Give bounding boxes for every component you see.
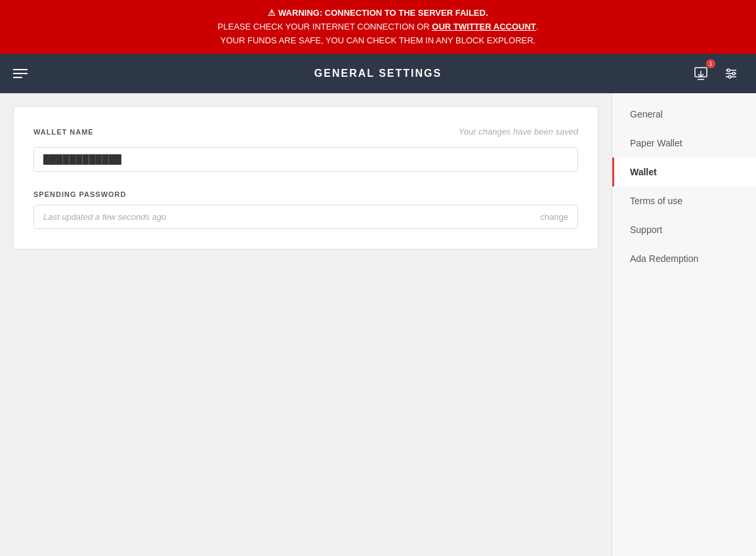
twitter-link[interactable]: OUR TWITTER ACCOUNT <box>432 22 536 32</box>
wallet-name-header: WALLET NAME Your changes have been saved <box>33 127 578 137</box>
spending-password-label: SPENDING PASSWORD <box>33 190 578 198</box>
content-area: WALLET NAME Your changes have been saved… <box>0 93 612 556</box>
sidebar-item-support-label: Support <box>630 225 662 235</box>
warning-line1: ⚠ WARNING: CONNECTION TO THE SERVER FAIL… <box>13 7 743 20</box>
spending-password-section: SPENDING PASSWORD Last updated a few sec… <box>33 190 578 229</box>
page-title: GENERAL SETTINGS <box>314 68 442 79</box>
sidebar-item-general-label: General <box>630 109 663 119</box>
warning-line2: PLEASE CHECK YOUR INTERNET CONNECTION OR… <box>13 20 743 34</box>
nav-left <box>13 69 28 78</box>
sidebar-item-terms-label: Terms of use <box>630 196 682 206</box>
svg-point-8 <box>728 75 731 78</box>
sidebar-item-paper-wallet-label: Paper Wallet <box>630 138 682 148</box>
right-sidebar: General Paper Wallet Wallet Terms of use… <box>612 93 756 556</box>
spending-password-wrapper: Last updated a few seconds ago change <box>33 205 578 229</box>
settings-form-card: WALLET NAME Your changes have been saved… <box>13 106 598 249</box>
sidebar-item-wallet-label: Wallet <box>630 167 657 177</box>
settings-icon <box>723 66 739 81</box>
spending-last-updated: Last updated a few seconds ago <box>43 212 540 222</box>
settings-icon-button[interactable] <box>719 62 743 85</box>
svg-point-7 <box>732 72 735 75</box>
saved-message: Your changes have been saved <box>459 127 578 137</box>
update-badge: 1 <box>706 59 715 68</box>
sidebar-item-paper-wallet[interactable]: Paper Wallet <box>612 129 756 158</box>
change-password-button[interactable]: change <box>540 212 568 222</box>
wallet-name-input[interactable] <box>33 147 578 172</box>
sidebar-item-support[interactable]: Support <box>612 215 756 244</box>
sidebar-item-ada-redemption[interactable]: Ada Redemption <box>612 244 756 273</box>
nav-right: 1 <box>689 62 743 85</box>
sidebar-item-ada-redemption-label: Ada Redemption <box>630 253 698 264</box>
wallet-name-label: WALLET NAME <box>33 128 94 136</box>
sidebar-item-terms-of-use[interactable]: Terms of use <box>612 186 756 215</box>
main-layout: WALLET NAME Your changes have been saved… <box>0 93 756 556</box>
sidebar-item-general[interactable]: General <box>612 100 756 129</box>
warning-banner: ⚠ WARNING: CONNECTION TO THE SERVER FAIL… <box>0 0 756 54</box>
sidebar-item-wallet[interactable]: Wallet <box>612 158 756 186</box>
top-nav: GENERAL SETTINGS 1 <box>0 54 756 93</box>
update-icon-button[interactable]: 1 <box>689 62 713 85</box>
warning-line3: YOUR FUNDS ARE SAFE, YOU CAN CHECK THEM … <box>13 34 743 48</box>
download-icon <box>693 66 709 81</box>
svg-point-6 <box>727 69 730 72</box>
hamburger-menu-button[interactable] <box>13 69 28 78</box>
warning-line2-prefix: PLEASE CHECK YOUR INTERNET CONNECTION OR <box>218 22 432 32</box>
